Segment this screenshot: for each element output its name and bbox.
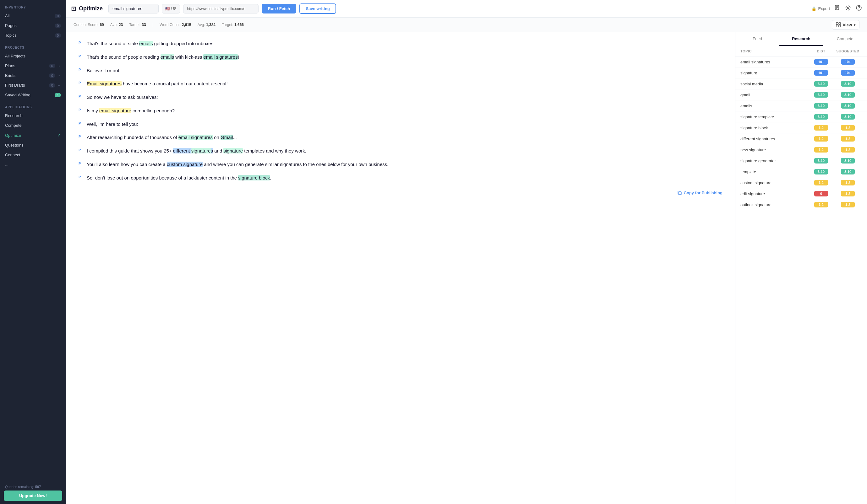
table-row: different signatures1-21-2 [735,133,867,144]
dist-badge[interactable]: 3-10 [809,103,834,109]
copy-for-publishing-button[interactable]: Copy for Publishing [677,190,723,195]
suggested-badge[interactable]: 3-10 [834,92,862,98]
editor[interactable]: PThat's the sound of stale emails gettin… [66,32,735,504]
suggested-badge-btn[interactable]: 1-2 [841,147,855,153]
view-button[interactable]: View ▾ [832,20,859,30]
dist-badge-btn[interactable]: 3-10 [814,81,828,87]
sidebar-item-optimize[interactable]: Optimize ✓ [0,130,66,140]
para-text[interactable]: Believe it or not: [87,67,121,75]
suggested-badge-btn[interactable]: 3-10 [841,158,855,164]
tab-research[interactable]: Research [779,32,823,46]
sidebar-item-pages[interactable]: Pages 0 [0,21,66,31]
dist-badge[interactable]: 3-10 [809,158,834,164]
para-text[interactable]: Email signatures have become a crucial p… [87,80,228,88]
dist-badge-btn[interactable]: 3-10 [814,92,828,98]
sidebar-item-saved-writing[interactable]: Saved Writing 1 [0,90,66,100]
suggested-badge[interactable]: 3-10 [834,81,862,87]
suggested-badge[interactable]: 3-10 [834,103,862,109]
dist-badge-btn[interactable]: 1-2 [814,202,828,207]
sidebar-item-more[interactable]: ... [0,160,66,169]
suggested-badge-btn[interactable]: 10+ [841,70,855,76]
dist-badge[interactable]: 3-10 [809,81,834,87]
dist-badge-btn[interactable]: 1-2 [814,125,828,131]
para-text[interactable]: Well, I'm here to tell you: [87,121,138,128]
sidebar-item-compete[interactable]: Compete [0,121,66,130]
suggested-badge[interactable]: 1-2 [834,125,862,131]
dist-badge-btn[interactable]: 10+ [814,59,828,65]
dist-badge-btn[interactable]: 10+ [814,70,828,76]
dist-badge[interactable]: 3-10 [809,114,834,120]
export-button[interactable]: 🔒 Export [811,6,830,11]
dist-badge-btn[interactable]: 1-2 [814,136,828,142]
sidebar-item-briefs[interactable]: Briefs 0 → [0,70,66,80]
dist-badge[interactable]: 10+ [809,59,834,65]
suggested-badge-btn[interactable]: 1-2 [841,191,855,196]
para-text[interactable]: So, don't lose out on opportunities beca… [87,174,271,182]
help-icon-button[interactable] [856,5,862,13]
suggested-badge[interactable]: 3-10 [834,169,862,175]
upgrade-button[interactable]: Upgrade Now! [4,491,62,501]
sidebar-item-questions[interactable]: Questions [0,140,66,150]
suggested-badge[interactable]: 1-2 [834,136,862,142]
dist-badge[interactable]: 1-2 [809,147,834,153]
suggested-badge-btn[interactable]: 1-2 [841,202,855,207]
dist-badge-btn[interactable]: 3-10 [814,158,828,164]
suggested-badge-btn[interactable]: 3-10 [841,169,855,175]
dist-badge-btn[interactable]: 1-2 [814,147,828,153]
para-text[interactable]: You'll also learn how you can create a c… [87,161,388,168]
dist-badge[interactable]: 1-2 [809,125,834,131]
tab-feed[interactable]: Feed [735,32,779,46]
para-text[interactable]: That's the sound of stale emails getting… [87,40,215,48]
para-text[interactable]: After researching hundreds of thousands … [87,134,237,142]
para-text[interactable]: I compiled this guide that shows you 25+… [87,147,306,155]
para-text[interactable]: Is my email signature compelling enough? [87,107,175,115]
locale-selector[interactable]: 🇺🇸 US [162,4,180,13]
suggested-badge[interactable]: 1-2 [834,147,862,153]
dist-badge-btn[interactable]: 3-10 [814,114,828,120]
suggested-badge[interactable]: 10+ [834,70,862,76]
dist-badge-btn[interactable]: 3-10 [814,169,828,175]
sidebar-item-all-projects[interactable]: All Projects [0,51,66,61]
para-text[interactable]: That's the sound of people reading email… [87,53,239,61]
suggested-badge[interactable]: 10+ [834,59,862,65]
suggested-badge[interactable]: 3-10 [834,114,862,120]
suggested-badge[interactable]: 1-2 [834,202,862,207]
url-input[interactable] [183,4,258,13]
suggested-badge[interactable]: 1-2 [834,180,862,185]
topic-name: signature generator [740,158,809,163]
dist-badge[interactable]: 3-10 [809,92,834,98]
dist-badge[interactable]: 3-10 [809,169,834,175]
suggested-badge[interactable]: 3-10 [834,158,862,164]
settings-icon-button[interactable] [845,5,851,13]
run-fetch-button[interactable]: Run / Fetch [262,4,297,13]
suggested-badge-btn[interactable]: 3-10 [841,81,855,87]
sidebar-item-research[interactable]: Research [0,111,66,121]
para-text[interactable]: So now we have to ask ourselves: [87,94,158,101]
dist-badge-btn[interactable]: 1-2 [814,180,828,185]
keyword-input[interactable] [108,4,159,13]
suggested-badge-btn[interactable]: 1-2 [841,136,855,142]
suggested-badge-btn[interactable]: 3-10 [841,103,855,109]
sidebar-item-all[interactable]: All 0 [0,11,66,21]
dist-badge[interactable]: 10+ [809,70,834,76]
tab-compete[interactable]: Compete [823,32,867,46]
dist-badge[interactable]: 1-2 [809,202,834,207]
suggested-badge-btn[interactable]: 3-10 [841,114,855,120]
suggested-badge-btn[interactable]: 1-2 [841,125,855,131]
save-writing-button[interactable]: Save writing [299,3,336,14]
dist-badge[interactable]: 1-2 [809,136,834,142]
suggested-badge-btn[interactable]: 1-2 [841,180,855,185]
sidebar-item-plans[interactable]: Plans 0 → [0,61,66,70]
document-icon-button[interactable] [834,5,841,13]
sidebar-item-topics[interactable]: Topics 0 [0,31,66,40]
dist-badge[interactable]: 1-2 [809,180,834,185]
suggested-badge-btn[interactable]: 3-10 [841,92,855,98]
sidebar-item-connect[interactable]: Connect [0,150,66,160]
dist-badge-btn[interactable]: 3-10 [814,103,828,109]
table-row: signature template3-103-10 [735,111,867,122]
sidebar-item-first-drafts[interactable]: First Drafts 0 → [0,80,66,90]
dist-badge-btn[interactable]: 0 [814,191,828,196]
dist-badge[interactable]: 0 [809,191,834,196]
suggested-badge-btn[interactable]: 10+ [841,59,855,65]
suggested-badge[interactable]: 1-2 [834,191,862,196]
